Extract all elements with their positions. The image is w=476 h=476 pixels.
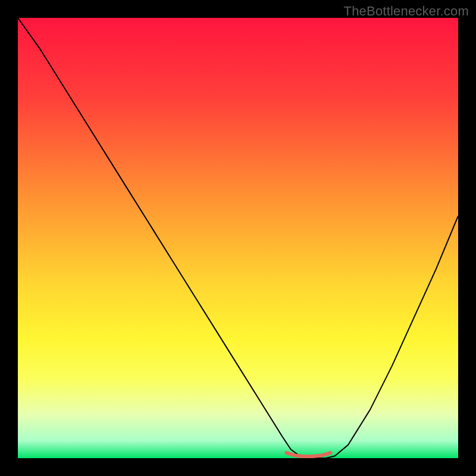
gradient-background [18,18,458,458]
chart-plot-area [18,18,458,458]
chart-svg [18,18,458,458]
watermark-text: TheBottlenecker.com [344,4,469,19]
